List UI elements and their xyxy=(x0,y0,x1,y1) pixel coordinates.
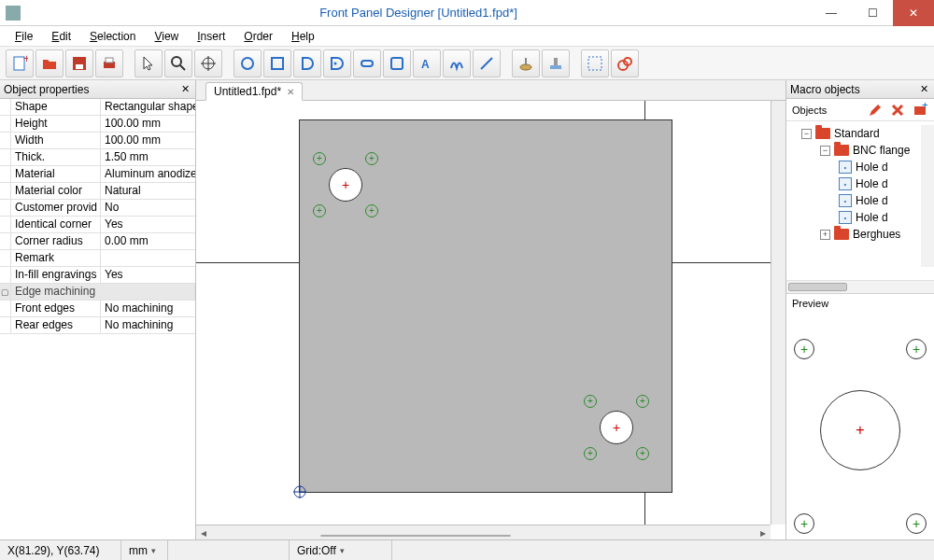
drill-hole-small[interactable] xyxy=(636,395,649,408)
prop-value[interactable]: 1.50 mm xyxy=(101,149,195,165)
hscroll-thumb[interactable] xyxy=(320,535,511,537)
prop-value[interactable]: Natural xyxy=(101,183,195,199)
tree-row[interactable]: Hole d xyxy=(788,175,932,192)
tool-engraving[interactable] xyxy=(443,49,471,77)
prop-row[interactable]: Width100.00 mm xyxy=(0,133,195,149)
tool-dshape[interactable] xyxy=(293,49,321,77)
prop-value[interactable]: Yes xyxy=(101,217,195,232)
tree-expander[interactable]: + xyxy=(820,230,830,240)
tool-slot[interactable] xyxy=(353,49,381,77)
drill-hole-small[interactable] xyxy=(584,395,597,408)
app-icon xyxy=(6,6,21,21)
drill-hole-small[interactable] xyxy=(365,152,378,165)
prop-row[interactable]: In-fill engravingsYes xyxy=(0,267,195,284)
menu-edit[interactable]: Edit xyxy=(44,28,78,45)
prop-row[interactable]: Height100.00 mm xyxy=(0,116,195,133)
prop-value[interactable]: 100.00 mm xyxy=(101,133,195,148)
tool-curve[interactable] xyxy=(323,49,351,77)
drill-hole-large[interactable]: + xyxy=(329,168,362,202)
tool-rect[interactable] xyxy=(263,49,291,77)
prop-row[interactable]: Thick.1.50 mm xyxy=(0,149,195,166)
prop-row[interactable]: Material colorNatural xyxy=(0,183,195,200)
drill-hole-large[interactable]: + xyxy=(600,411,633,444)
tool-line[interactable] xyxy=(473,49,501,77)
prop-value[interactable]: 0.00 mm xyxy=(101,233,195,249)
hscroll-left[interactable]: ◂ xyxy=(196,525,211,540)
prop-row[interactable]: Front edgesNo machining xyxy=(0,301,195,317)
prop-value[interactable]: Rectangular shape xyxy=(101,99,195,115)
prop-value[interactable]: No machining xyxy=(101,301,195,316)
tool-text[interactable]: A xyxy=(413,49,441,77)
tree-row[interactable]: −BNC flange xyxy=(788,142,932,159)
macro-tree[interactable]: −Standard−BNC flangeHole dHole dHole dHo… xyxy=(786,121,934,280)
object-properties-close[interactable]: ✕ xyxy=(178,83,191,96)
prop-value[interactable]: Yes xyxy=(101,267,195,283)
prop-row[interactable]: Customer providNo xyxy=(0,200,195,217)
prop-row[interactable]: ShapeRectangular shape xyxy=(0,99,195,116)
menu-insert[interactable]: Insert xyxy=(190,28,233,45)
macro-objects-close[interactable]: ✕ xyxy=(917,83,930,96)
prop-row[interactable]: Identical cornerYes xyxy=(0,217,195,233)
tool-studs[interactable] xyxy=(542,49,570,77)
prop-value[interactable]: No xyxy=(101,200,195,216)
prop-row[interactable]: Corner radius0.00 mm xyxy=(0,233,195,250)
prop-row[interactable]: Remark xyxy=(0,250,195,267)
tool-zoom[interactable] xyxy=(164,49,192,77)
prop-value[interactable]: 100.00 mm xyxy=(101,116,195,132)
canvas-viewport[interactable]: ++ xyxy=(196,101,771,525)
tool-macro[interactable] xyxy=(611,49,639,77)
drill-hole-small[interactable] xyxy=(636,447,649,460)
tool-cavity[interactable] xyxy=(512,49,540,77)
minimize-button[interactable]: — xyxy=(811,0,852,26)
status-grid[interactable]: Grid:Off xyxy=(290,540,392,560)
prop-row[interactable]: Rear edgesNo machining xyxy=(0,317,195,334)
prop-value[interactable]: No machining xyxy=(101,317,195,333)
canvas-hscroll[interactable]: ◂ ▸ xyxy=(196,525,771,539)
object-properties-header: Object properties ✕ xyxy=(0,80,195,99)
tree-row[interactable]: −Standard xyxy=(788,125,932,142)
tree-label: Hole d xyxy=(856,161,888,174)
tree-row[interactable]: Hole d xyxy=(788,192,932,209)
prop-section[interactable]: ▢Edge machining xyxy=(0,284,195,301)
tool-group[interactable] xyxy=(581,49,609,77)
drill-hole-small[interactable] xyxy=(365,204,378,217)
macro-edit-icon[interactable] xyxy=(867,102,884,119)
drill-hole-small[interactable] xyxy=(584,447,597,460)
tool-new[interactable]: + xyxy=(6,49,34,77)
status-unit[interactable]: mm xyxy=(121,540,168,560)
tree-row[interactable]: +Berghues xyxy=(788,226,932,243)
prop-row[interactable]: MaterialAluminum anodized xyxy=(0,166,195,183)
tool-rounded[interactable] xyxy=(383,49,411,77)
document-tab-close[interactable]: ✕ xyxy=(287,87,294,97)
tree-expander[interactable]: − xyxy=(801,129,812,139)
drill-hole-small[interactable] xyxy=(313,204,326,217)
drill-hole-small[interactable] xyxy=(313,152,326,165)
menu-help[interactable]: Help xyxy=(284,28,322,45)
macro-add-icon[interactable]: + xyxy=(912,102,928,119)
maximize-button[interactable]: ☐ xyxy=(852,0,893,26)
prop-value[interactable] xyxy=(101,250,195,266)
tree-label: Hole d xyxy=(856,177,888,190)
menu-order[interactable]: Order xyxy=(236,28,280,45)
tree-expander[interactable]: − xyxy=(820,146,830,156)
tool-origin[interactable] xyxy=(194,49,222,77)
tool-save[interactable] xyxy=(65,49,93,77)
tool-pointer[interactable] xyxy=(134,49,163,77)
tree-row[interactable]: Hole d xyxy=(788,159,932,175)
prop-value[interactable]: Aluminum anodized xyxy=(101,166,195,182)
tool-open[interactable] xyxy=(35,49,64,77)
tree-vscroll[interactable] xyxy=(921,125,934,267)
hscroll-right[interactable]: ▸ xyxy=(756,525,771,540)
tool-circle[interactable] xyxy=(234,49,262,77)
macro-delete-icon[interactable] xyxy=(889,102,906,119)
svg-point-6 xyxy=(172,57,181,66)
tool-print[interactable] xyxy=(95,49,123,77)
tree-row[interactable]: Hole d xyxy=(788,209,932,226)
tree-hscroll[interactable] xyxy=(786,280,934,293)
menu-view[interactable]: View xyxy=(147,28,186,45)
menu-selection[interactable]: Selection xyxy=(82,28,143,45)
canvas-vscroll[interactable] xyxy=(771,101,785,525)
menu-file[interactable]: File xyxy=(7,28,40,45)
document-tab[interactable]: Untitled1.fpd* ✕ xyxy=(205,82,303,101)
close-button[interactable]: ✕ xyxy=(893,0,934,26)
